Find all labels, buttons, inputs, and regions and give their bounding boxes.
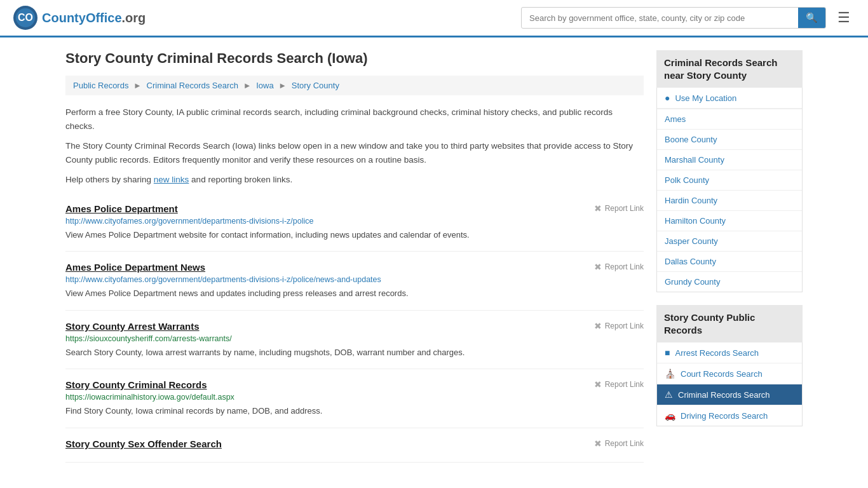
nearby-links-list: ● Use My Location Ames Boone County Mars… xyxy=(656,88,803,292)
logo-icon: CO xyxy=(13,5,38,30)
nearby-link-jasper[interactable]: Jasper County xyxy=(657,231,802,251)
criminal-records-icon: ⚠ xyxy=(665,390,673,400)
results-list: Ames Police Department ✖ Report Link htt… xyxy=(65,193,644,463)
result-url-4[interactable]: https://iowacriminalhistory.iowa.gov/def… xyxy=(65,393,644,402)
page-title: Story County Criminal Records Search (Io… xyxy=(65,50,644,67)
result-item: Story County Arrest Warrants ✖ Report Li… xyxy=(65,311,644,370)
sidebar-nearby-section: Criminal Records Search near Story Count… xyxy=(656,50,803,292)
result-desc-4: Find Story County, Iowa criminal records… xyxy=(65,405,644,417)
report-icon-1: ✖ xyxy=(594,203,602,214)
result-item: Ames Police Department News ✖ Report Lin… xyxy=(65,252,644,311)
breadcrumb: Public Records ► Criminal Records Search… xyxy=(65,76,644,95)
nearby-link-hamilton[interactable]: Hamilton County xyxy=(657,211,802,231)
court-records-link[interactable]: ⛪ Court Records Search xyxy=(657,363,802,384)
arrest-records-icon: ■ xyxy=(665,348,670,358)
search-button[interactable]: 🔍 xyxy=(798,8,825,28)
sidebar: Criminal Records Search near Story Count… xyxy=(656,50,803,463)
report-link-1[interactable]: ✖ Report Link xyxy=(594,203,644,214)
menu-icon[interactable]: ☰ xyxy=(832,7,855,29)
use-location-item: ● Use My Location xyxy=(657,88,802,109)
result-desc-3: Search Story County, Iowa arrest warrant… xyxy=(65,346,644,359)
breadcrumb-story-county[interactable]: Story County xyxy=(292,81,339,90)
report-icon-2: ✖ xyxy=(594,262,602,272)
nearby-link-polk[interactable]: Polk County xyxy=(657,170,802,190)
nearby-link-hardin[interactable]: Hardin County xyxy=(657,191,802,210)
breadcrumb-criminal-records-search[interactable]: Criminal Records Search xyxy=(147,81,239,90)
nearby-link-grundy[interactable]: Grundy County xyxy=(657,272,802,292)
public-records-link-item: ⛪ Court Records Search xyxy=(657,363,802,384)
use-location-link[interactable]: ● Use My Location xyxy=(657,88,802,109)
report-link-3[interactable]: ✖ Report Link xyxy=(594,321,644,331)
arrest-records-link[interactable]: ■ Arrest Records Search xyxy=(657,342,802,363)
logo-text: CountyOffice.org xyxy=(42,11,146,25)
court-records-icon: ⛪ xyxy=(665,369,675,379)
result-desc-1: View Ames Police Department website for … xyxy=(65,229,644,241)
location-pin-icon: ● xyxy=(665,93,670,103)
breadcrumb-iowa[interactable]: Iowa xyxy=(256,81,273,90)
result-title-2[interactable]: Ames Police Department News xyxy=(65,262,205,273)
report-icon-3: ✖ xyxy=(594,321,602,331)
main-container: Story County Criminal Records Search (Io… xyxy=(53,37,815,475)
driving-records-link[interactable]: 🚗 Driving Records Search xyxy=(657,405,802,426)
nearby-link-dallas[interactable]: Dallas County xyxy=(657,252,802,271)
description-1: Perform a free Story County, IA public c… xyxy=(65,105,644,133)
result-url-3[interactable]: https://siouxcountysheriff.com/arrests-w… xyxy=(65,334,644,343)
result-url-1[interactable]: http://www.cityofames.org/government/dep… xyxy=(65,217,644,226)
result-desc-2: View Ames Police Department news and upd… xyxy=(65,287,644,300)
description-3: Help others by sharing new links and rep… xyxy=(65,173,644,187)
content-area: Story County Criminal Records Search (Io… xyxy=(65,50,644,463)
nearby-link-item: Grundy County xyxy=(657,272,802,292)
nearby-link-item: Jasper County xyxy=(657,231,802,252)
result-url-2[interactable]: http://www.cityofames.org/government/dep… xyxy=(65,275,644,284)
sidebar-public-records-section: Story County Public Records ■ Arrest Rec… xyxy=(656,305,803,426)
report-icon-4: ✖ xyxy=(594,379,602,390)
nearby-section-title: Criminal Records Search near Story Count… xyxy=(656,50,803,88)
header-right: 🔍 ☰ xyxy=(521,7,855,29)
result-item: Story County Criminal Records ✖ Report L… xyxy=(65,369,644,428)
report-link-5[interactable]: ✖ Report Link xyxy=(594,438,644,449)
public-records-section-title: Story County Public Records xyxy=(656,305,803,342)
report-icon-5: ✖ xyxy=(594,438,602,449)
criminal-records-link[interactable]: ⚠ Criminal Records Search xyxy=(657,384,802,405)
report-link-4[interactable]: ✖ Report Link xyxy=(594,379,644,390)
result-title-4[interactable]: Story County Criminal Records xyxy=(65,379,207,390)
report-link-2[interactable]: ✖ Report Link xyxy=(594,262,644,272)
public-records-link-item-active: ⚠ Criminal Records Search xyxy=(657,384,802,405)
public-records-link-item: 🚗 Driving Records Search xyxy=(657,405,802,426)
public-records-link-item: ■ Arrest Records Search xyxy=(657,342,802,363)
nearby-link-item: Ames xyxy=(657,109,802,130)
search-bar: 🔍 xyxy=(521,7,826,29)
nearby-link-item: Boone County xyxy=(657,130,802,150)
nearby-link-item: Hardin County xyxy=(657,191,802,211)
result-title-3[interactable]: Story County Arrest Warrants xyxy=(65,321,200,332)
nearby-link-item: Polk County xyxy=(657,170,802,191)
driving-records-icon: 🚗 xyxy=(665,410,675,421)
search-input[interactable] xyxy=(522,9,798,27)
nearby-link-item: Dallas County xyxy=(657,252,802,272)
description-2: The Story County Criminal Records Search… xyxy=(65,139,644,166)
public-records-links-list: ■ Arrest Records Search ⛪ Court Records … xyxy=(656,342,803,426)
nearby-link-item: Hamilton County xyxy=(657,211,802,231)
breadcrumb-public-records[interactable]: Public Records xyxy=(73,81,128,90)
nearby-link-marshall[interactable]: Marshall County xyxy=(657,150,802,170)
nearby-link-boone[interactable]: Boone County xyxy=(657,130,802,149)
new-links-link[interactable]: new links xyxy=(154,175,189,184)
result-title-1[interactable]: Ames Police Department xyxy=(65,203,178,214)
header: CO CountyOffice.org 🔍 ☰ xyxy=(0,0,868,37)
nearby-link-ames[interactable]: Ames xyxy=(657,109,802,129)
nearby-link-item: Marshall County xyxy=(657,150,802,170)
result-item: Story County Sex Offender Search ✖ Repor… xyxy=(65,428,644,463)
result-title-5[interactable]: Story County Sex Offender Search xyxy=(65,438,222,449)
logo-area: CO CountyOffice.org xyxy=(13,5,146,30)
result-item: Ames Police Department ✖ Report Link htt… xyxy=(65,193,644,252)
svg-text:CO: CO xyxy=(18,12,33,23)
